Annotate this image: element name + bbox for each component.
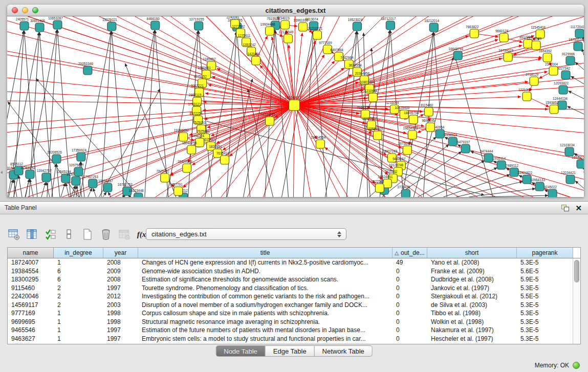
teal-node[interactable]: 9227342 <box>557 67 571 79</box>
table-cell[interactable]: 0 <box>393 301 427 310</box>
teal-node[interactable]: 16943122 <box>572 156 584 168</box>
table-cell[interactable]: 2008 <box>103 275 138 284</box>
teal-node[interactable]: 15751074 <box>569 38 583 51</box>
table-cell[interactable]: Stergiakouli et al. (2012) <box>427 292 517 301</box>
table-cell[interactable]: 1998 <box>103 309 138 318</box>
table-row[interactable]: 1938455462009Genome-wide association stu… <box>8 267 573 276</box>
yellow-node[interactable]: 1654392 <box>539 49 552 62</box>
teal-node[interactable]: 16924822 <box>517 171 532 184</box>
table-cell[interactable]: 2008 <box>103 258 138 267</box>
yellow-node[interactable]: 9660128 <box>495 29 509 42</box>
table-cell[interactable]: 1 <box>54 318 103 326</box>
teal-node[interactable]: 9245022 <box>544 185 557 197</box>
teal-node[interactable]: 12093822 <box>554 81 569 94</box>
table-cell[interactable]: Yano et al. (2008) <box>427 258 517 267</box>
table-options-icon[interactable] <box>7 228 20 241</box>
table-panel-titlebar[interactable]: Table Panel ✕ <box>0 201 588 214</box>
table-cell[interactable]: 0 <box>393 335 427 343</box>
yellow-node[interactable]: 9457791 <box>170 183 183 195</box>
yellow-node[interactable]: 19166852 <box>174 128 189 141</box>
teal-node[interactable]: 16212014 <box>424 19 439 32</box>
rows-icon[interactable] <box>62 228 76 241</box>
table-cell[interactable]: 9465546 <box>8 326 54 335</box>
minimize-window-icon[interactable] <box>22 7 28 13</box>
teal-node[interactable]: 15276021 <box>102 18 117 31</box>
teal-node[interactable]: 10958187 <box>98 179 113 192</box>
teal-node[interactable]: 12034421 <box>561 171 576 184</box>
table-cell[interactable]: Franke et al. (2009) <box>427 267 517 276</box>
table-cell[interactable]: 5.3E-5 <box>517 301 573 310</box>
teal-node[interactable]: 2935114 <box>493 157 506 169</box>
table-cell[interactable]: 0 <box>393 326 427 335</box>
table-cell[interactable]: 5.3E-5 <box>517 258 573 267</box>
table-cell[interactable]: 5.3E-5 <box>517 309 573 318</box>
column-header-pagerank[interactable]: pagerank <box>517 248 573 258</box>
network-window[interactable]: citations_edges.txt 24055713069140610653… <box>7 5 584 197</box>
table-cell[interactable]: 9699695 <box>8 318 54 326</box>
teal-node[interactable]: 9129966 <box>562 52 575 65</box>
yellow-node[interactable]: 16046756 <box>182 141 197 154</box>
table-cell[interactable]: 1998 <box>103 318 138 326</box>
memory-status-icon[interactable] <box>573 362 580 369</box>
table-cell[interactable]: Embryonic stem cells: a model to study s… <box>138 335 393 343</box>
table-cell[interactable]: Tourette syndrome. Phenomenology and cla… <box>138 284 393 293</box>
teal-node[interactable]: 12103034 <box>560 143 575 156</box>
teal-node[interactable]: 20053346 <box>78 62 93 75</box>
table-cell[interactable]: Genome-wide association studies in ADHD. <box>138 267 393 276</box>
table-cell[interactable]: Jankovic et al. (1997) <box>427 284 517 293</box>
table-row[interactable]: 946554611997Estimation of the future num… <box>8 326 573 335</box>
table-cell[interactable]: 2009 <box>103 267 138 276</box>
column-header-name[interactable]: name <box>8 248 54 258</box>
table-row[interactable]: 969969511998Structural magnetic resonanc… <box>8 318 573 326</box>
float-panel-icon[interactable] <box>561 205 569 211</box>
tab-network-table[interactable]: Network Table <box>315 345 373 357</box>
table-cell[interactable]: Investigating the contribution of common… <box>138 292 393 301</box>
table-cell[interactable]: 9115460 <box>8 284 54 293</box>
network-window-titlebar[interactable]: citations_edges.txt <box>7 5 584 16</box>
yellow-node[interactable]: 9777169 <box>319 41 332 54</box>
table-cell[interactable]: 18724007 <box>8 258 54 267</box>
teal-node[interactable]: 8466160 <box>147 17 160 30</box>
close-panel-icon[interactable]: ✕ <box>575 205 582 211</box>
table-cell[interactable]: 9463627 <box>8 335 54 343</box>
teal-node[interactable]: 10653287 <box>48 16 63 29</box>
table-row[interactable]: 977716911998Corpus callosum shape and si… <box>8 309 573 318</box>
yellow-node[interactable]: 16409949 <box>178 160 192 172</box>
yellow-node[interactable]: 2522542 <box>371 180 384 192</box>
teal-node[interactable]: 30691406 <box>30 19 45 32</box>
table-select-dropdown[interactable]: citations_edges.txt <box>146 228 346 240</box>
table-cell[interactable]: 1997 <box>103 335 138 343</box>
table-row[interactable]: 1872400712008Changes of HCN gene express… <box>8 258 573 267</box>
select-all-icon[interactable] <box>44 228 57 241</box>
maximize-window-icon[interactable] <box>32 7 38 13</box>
teal-node[interactable]: 11545194 <box>56 170 71 183</box>
table-cell[interactable]: 2 <box>54 284 103 293</box>
teal-node[interactable]: 13942757 <box>37 169 52 182</box>
yellow-node[interactable]: 1593852 <box>546 101 559 114</box>
new-column-icon[interactable] <box>81 228 94 241</box>
table-cell[interactable]: Dudbridge et al. (2008) <box>427 275 517 284</box>
table-cell[interactable]: 5.5E-5 <box>517 292 573 301</box>
yellow-node[interactable]: 12124549 <box>279 30 294 43</box>
table-cell[interactable]: 6 <box>54 275 103 284</box>
scrollbar-thumb[interactable] <box>574 260 579 282</box>
yellow-node[interactable]: 16961910 <box>294 18 309 31</box>
yellow-node[interactable]: 7625402 <box>157 169 170 182</box>
table-cell[interactable]: 5.9E-5 <box>517 275 573 284</box>
tab-edge-table[interactable]: Edge Table <box>266 345 315 357</box>
network-graph[interactable]: 2405571306914061065328715276021846616010… <box>7 16 584 197</box>
yellow-node[interactable]: 2718129 <box>526 73 539 85</box>
delete-column-icon[interactable] <box>99 228 113 241</box>
teal-node[interactable]: 18712017 <box>381 17 396 30</box>
tab-node-table[interactable]: Node Table <box>215 345 266 357</box>
table-cell[interactable]: Wolkin et al. (1998) <box>427 318 517 326</box>
table-cell[interactable]: Tibbo et al. (1998) <box>427 309 517 318</box>
table-cell[interactable]: 18300295 <box>8 275 54 284</box>
yellow-node[interactable]: 9115460 <box>420 103 433 116</box>
table-scrollbar[interactable] <box>573 258 580 344</box>
teal-node[interactable]: 11172041 <box>571 25 584 38</box>
collapse-arrow-icon[interactable] <box>1 171 3 174</box>
table-cell[interactable]: 2 <box>54 301 103 310</box>
table-cell[interactable]: de Silva et al. (2003) <box>427 301 517 310</box>
table-row[interactable]: 911546021997Tourette syndrome. Phenomeno… <box>8 284 573 293</box>
